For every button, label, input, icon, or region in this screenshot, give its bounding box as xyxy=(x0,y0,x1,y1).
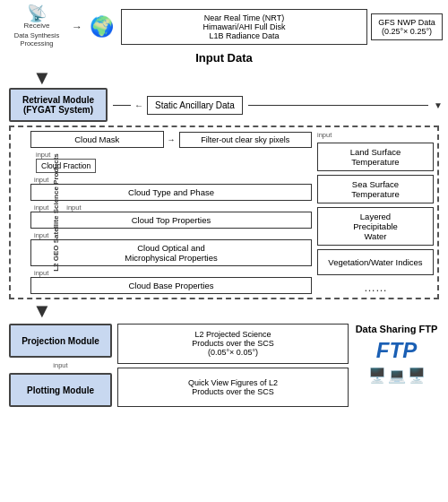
cloud-base-label: Cloud Base Properties xyxy=(128,281,213,290)
connector-h1 xyxy=(113,105,131,106)
cloud-top-label: Cloud Top Properties xyxy=(132,215,211,225)
cloud-type-box: Cloud Type and Phase xyxy=(30,184,312,201)
filter-out-box: Filter-out clear sky pixels xyxy=(179,132,313,148)
bottom-section: Projection Module input Plotting Module … xyxy=(9,324,439,407)
l2-right-column: input Land SurfaceTemperature Sea Surfac… xyxy=(317,131,434,294)
static-ancillary-box: Static Ancillary Data xyxy=(147,96,243,115)
input-label-bottom: input xyxy=(9,361,112,369)
input-label-4: input xyxy=(66,203,81,212)
connector-h2 xyxy=(248,105,428,106)
computer-icon-3: 🖥️ xyxy=(408,367,426,384)
retrieval-line1: Retrieval Module xyxy=(18,95,99,105)
plotting-module-box: Plotting Module xyxy=(9,373,112,407)
ellipsis-label: …… xyxy=(317,281,434,294)
gfs-line2: (0.25°× 0.25°) xyxy=(377,27,436,36)
receive-block: 📡 Receive Data Synthesis Processing xyxy=(5,5,68,48)
satellite-icon: 📡 xyxy=(27,5,47,22)
globe-icon: 🌍 xyxy=(90,15,114,39)
cloud-optical-box: Cloud Optical and Microphysical Properti… xyxy=(30,239,312,266)
quick-view-label: Quick View Figures of L2Products over th… xyxy=(188,378,278,396)
receive-label: Receive xyxy=(24,22,50,30)
retrieval-row: Retrieval Module (FYGAT System) ← Static… xyxy=(9,88,443,122)
computer-icons-group: 🖥️ 💻 🖥️ xyxy=(368,367,426,384)
gfs-box: GFS NWP Data (0.25°× 0.25°) xyxy=(371,13,443,40)
layered-precip-label: LayeredPrecipitableWater xyxy=(353,212,398,241)
gfs-line1: GFS NWP Data xyxy=(377,18,436,27)
cloud-fraction-box: Cloud Fraction xyxy=(36,159,96,173)
l2-science-container: L2 GEO Satellite Science Products Cloud … xyxy=(9,126,439,299)
land-surface-label: Land SurfaceTemperature xyxy=(350,147,401,167)
l2-vertical-label: L2 GEO Satellite Science Products xyxy=(52,141,60,284)
quick-view-box: Quick View Figures of L2Products over th… xyxy=(117,368,349,408)
arrow-right-retrieval: ▼ xyxy=(434,100,443,110)
cloud-base-box: Cloud Base Properties xyxy=(30,277,312,294)
cloud-fraction-label: Cloud Fraction xyxy=(41,161,90,170)
nrt-line2: Himawari/AHI Full Disk xyxy=(127,22,361,31)
retrieval-module-box: Retrieval Module (FYGAT System) xyxy=(9,88,108,122)
ftp-label: FTP xyxy=(376,338,417,363)
arrow-to-globe: → xyxy=(72,21,82,33)
input-label-3: input xyxy=(34,203,48,212)
cloud-mask-label: Cloud Mask xyxy=(74,134,119,144)
projection-module-box: Projection Module xyxy=(9,324,112,358)
projection-module-label: Projection Module xyxy=(22,336,99,346)
input-label-1: input xyxy=(36,151,50,159)
cloud-mask-row: Cloud Mask → Filter-out clear sky pixels xyxy=(30,131,312,148)
plotting-module-label: Plotting Module xyxy=(27,385,94,395)
land-surface-box: Land SurfaceTemperature xyxy=(317,143,434,171)
input-label-5: input xyxy=(34,231,312,239)
arrow-down-1: ▼ xyxy=(32,68,443,88)
arrow-down-2: ▼ xyxy=(32,301,443,321)
filter-out-label: Filter-out clear sky pixels xyxy=(201,135,289,144)
computer-icon-2: 💻 xyxy=(388,367,406,384)
input-label-2: input xyxy=(34,176,312,184)
arrow-static: ← xyxy=(134,100,143,110)
arrow-filter: → xyxy=(168,135,176,144)
sea-surface-box: Sea SurfaceTemperature xyxy=(317,175,434,203)
cloud-type-label: Cloud Type and Phase xyxy=(128,187,214,197)
nrt-line1: Near Real Time (NRT) xyxy=(127,13,361,22)
bottom-left-modules: Projection Module input Plotting Module xyxy=(9,324,112,407)
input-data-title: Input Data xyxy=(5,51,443,65)
input-label-6: input xyxy=(34,269,312,277)
sea-surface-label: Sea SurfaceTemperature xyxy=(351,179,399,199)
data-sharing-label: Data Sharing FTP xyxy=(356,324,438,334)
l2-projected-box: L2 Projected ScienceProducts over the SC… xyxy=(117,324,349,364)
l2-left-column: Cloud Mask → Filter-out clear sky pixels… xyxy=(30,131,312,294)
nrt-box: Near Real Time (NRT) Himawari/AHI Full D… xyxy=(121,9,367,45)
data-synthesis-label: Data Synthesis Processing xyxy=(5,31,68,48)
bottom-right-ftp: Data Sharing FTP FTP 🖥️ 💻 🖥️ xyxy=(354,324,439,407)
cloud-optical-line1: Cloud Optical and xyxy=(36,243,306,253)
static-label: Static Ancillary Data xyxy=(155,100,235,110)
l2-projected-label: L2 Projected ScienceProducts over the SC… xyxy=(192,330,274,357)
computer-icon-1: 🖥️ xyxy=(368,367,386,384)
cloud-fraction-section: input Cloud Fraction xyxy=(30,151,312,173)
nrt-line3: L1B Radiance Data xyxy=(127,31,361,40)
vegetation-label: Vegetation/Water Indices xyxy=(328,257,422,267)
cloud-optical-line2: Microphysical Properties xyxy=(36,253,306,263)
cloud-mask-box: Cloud Mask xyxy=(30,131,164,148)
input-label-right: input xyxy=(317,131,434,139)
layered-precip-box: LayeredPrecipitableWater xyxy=(317,207,434,246)
vegetation-box: Vegetation/Water Indices xyxy=(317,249,434,275)
bottom-middle-info: L2 Projected ScienceProducts over the SC… xyxy=(117,324,349,407)
retrieval-line2: (FYGAT System) xyxy=(18,105,99,115)
cloud-top-box: Cloud Top Properties xyxy=(30,212,312,229)
